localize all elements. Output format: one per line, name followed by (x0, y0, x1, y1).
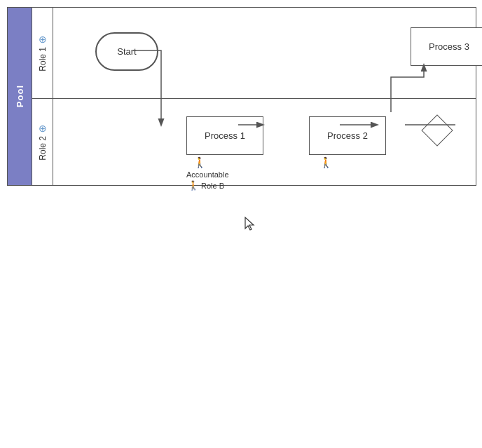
process3-box[interactable]: Process 3 (411, 27, 482, 66)
process3-label: Process 3 (429, 41, 469, 52)
lane2-header: ⊕ Role 2 (32, 99, 53, 185)
lane1-add-icon[interactable]: ⊕ (39, 34, 47, 44)
cursor (244, 216, 258, 235)
lane1-header: ⊕ Role 1 (32, 8, 53, 98)
lane2-label: Role 2 (38, 136, 48, 161)
lane2-content: Process 1 🚶 Process 2 🚶 (53, 99, 476, 185)
process1-box[interactable]: Process 1 (186, 116, 263, 155)
person-icon-process1: 🚶 (193, 156, 207, 169)
lane1-label: Role 1 (38, 47, 48, 72)
canvas: Pool ⊕ Role 1 Start Process 3 (0, 0, 482, 448)
start-label: Start (117, 46, 136, 57)
lane1-content: Start Process 3 (53, 8, 476, 98)
process1-label: Process 1 (205, 130, 245, 141)
pool-label-bar: Pool (8, 8, 32, 185)
process2-box[interactable]: Process 2 (309, 116, 386, 155)
start-event[interactable]: Start (95, 32, 158, 71)
lanes-container: ⊕ Role 1 Start Process 3 ⊕ (32, 8, 476, 185)
process2-label: Process 2 (327, 130, 368, 141)
person-icon-process2: 🚶 (319, 156, 333, 169)
lane2-add-icon[interactable]: ⊕ (39, 123, 47, 133)
roleb-label: 🚶 Role B (188, 180, 224, 191)
gateway-shape[interactable] (423, 116, 451, 144)
accountable-label: Accountable (186, 170, 229, 179)
lane-role1: ⊕ Role 1 Start Process 3 (32, 8, 476, 99)
lane-role2: ⊕ Role 2 Process 1 🚶 Process 2 (32, 99, 476, 185)
pool-title: Pool (15, 85, 25, 107)
pool: Pool ⊕ Role 1 Start Process 3 (7, 7, 476, 186)
